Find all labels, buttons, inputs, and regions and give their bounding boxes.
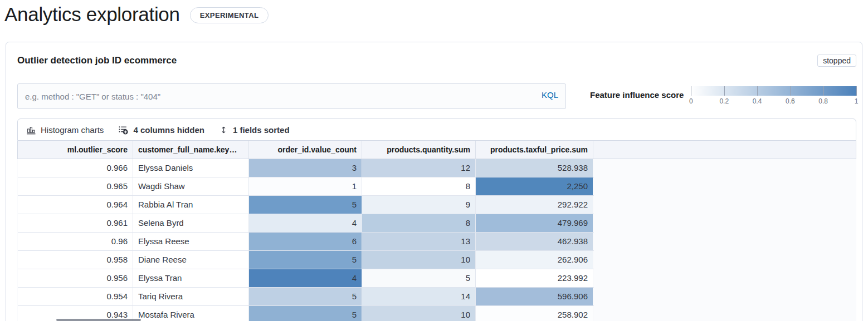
histogram-charts-label: Histogram charts <box>41 125 104 135</box>
grid-cell[interactable]: 2,250 <box>476 177 593 195</box>
grid-cell[interactable]: Mostafa Rivera <box>133 306 249 321</box>
legend-gradient-bar <box>691 86 856 96</box>
legend-tick-label: 0.8 <box>818 97 828 105</box>
grid-cell[interactable]: 462.938 <box>476 233 593 250</box>
columns-hidden-button[interactable]: 4 columns hidden <box>119 125 204 135</box>
grid-cell[interactable]: 5 <box>249 288 362 305</box>
grid-cell[interactable]: 4 <box>249 269 362 287</box>
grid-cell[interactable]: Diane Reese <box>133 251 249 269</box>
grid-cell[interactable]: 292.922 <box>476 196 593 214</box>
table-row: 0.966Elyssa Daniels312528.938 <box>18 159 594 177</box>
search-box: KQL <box>17 83 566 109</box>
grid-cell[interactable]: 223.992 <box>476 269 593 287</box>
grid-cell[interactable]: 0.964 <box>18 196 133 214</box>
column-header[interactable]: customer_full_name.key… <box>133 141 249 159</box>
grid-cell[interactable]: 5 <box>249 196 362 214</box>
legend-tick-label: 0.4 <box>753 97 762 105</box>
kql-language-button[interactable]: KQL <box>542 90 558 100</box>
legend-scale: 00.20.40.60.81 <box>691 86 856 106</box>
grid-cell[interactable]: 528.938 <box>476 159 593 177</box>
fields-sorted-label: 1 fields sorted <box>233 125 290 135</box>
grid-cell[interactable]: Elyssa Reese <box>133 233 249 250</box>
grid-body: 0.966Elyssa Daniels312528.9380.965Wagdi … <box>17 159 856 321</box>
table-row: 0.96Elyssa Reese613462.938 <box>18 233 594 251</box>
feature-influence-legend: Feature influence score 00.20.40.60.81 <box>590 83 856 106</box>
table-row: 0.954Tariq Rivera514596.906 <box>18 288 594 306</box>
grid-cell[interactable]: 0.966 <box>18 159 133 177</box>
table-row: 0.965Wagdi Shaw182,250 <box>18 177 594 196</box>
histogram-icon <box>26 125 36 135</box>
outlier-exploration-panel: Outlier detection job ID ecommerce stopp… <box>6 42 862 321</box>
histogram-charts-button[interactable]: Histogram charts <box>26 125 104 135</box>
grid-cell[interactable]: Tariq Rivera <box>133 288 249 305</box>
grid-cell[interactable]: 10 <box>362 306 476 321</box>
grid-cell[interactable]: 596.906 <box>476 288 593 305</box>
horizontal-scrollbar-thumb[interactable] <box>56 319 141 321</box>
panel-header: Outlier detection job ID ecommerce stopp… <box>17 53 856 68</box>
table-row: 0.961Selena Byrd48479.969 <box>18 214 594 233</box>
grid-cell[interactable]: Elyssa Tran <box>133 269 249 287</box>
column-header[interactable]: order_id.value_count <box>249 141 362 159</box>
grid-header-row: ml.outlier_scorecustomer_full_name.key…o… <box>17 141 856 159</box>
grid-cell[interactable]: 0.965 <box>18 177 133 195</box>
legend-tick-line <box>724 86 725 96</box>
legend-tick-line <box>790 86 791 96</box>
legend-tick-line <box>757 86 758 96</box>
grid-cell[interactable]: 262.906 <box>476 251 593 269</box>
legend-tick-label: 1 <box>855 97 859 105</box>
grid-cell[interactable]: Wagdi Shaw <box>133 177 249 195</box>
grid-cell[interactable]: 0.96 <box>18 233 133 250</box>
legend-tick-label: 0 <box>689 97 693 105</box>
legend-tick-line <box>691 86 691 96</box>
legend-tick-line <box>823 86 824 96</box>
grid-cell[interactable]: Elyssa Daniels <box>133 159 249 177</box>
experimental-badge: EXPERIMENTAL <box>190 7 269 23</box>
table-row: 0.958Diane Reese510262.906 <box>18 251 594 269</box>
grid-toolbar: Histogram charts 4 columns hidden <box>17 118 856 141</box>
grid-cell[interactable]: 8 <box>362 177 476 195</box>
table-row: 0.956Elyssa Tran45223.992 <box>18 269 594 288</box>
grid-cell[interactable]: Selena Byrd <box>133 214 249 232</box>
kql-search-input[interactable] <box>17 83 566 109</box>
job-status-badge: stopped <box>817 55 856 67</box>
legend-tick-label: 0.2 <box>719 97 729 105</box>
legend-tick-label: 0.6 <box>786 97 795 105</box>
query-row: KQL Feature influence score 00.20.40.60.… <box>17 83 856 109</box>
table-row: 0.964Rabbia Al Tran59292.922 <box>18 196 594 214</box>
column-header[interactable]: products.quantity.sum <box>362 141 476 159</box>
columns-hidden-label: 4 columns hidden <box>133 125 204 135</box>
column-list-add-icon <box>119 125 128 135</box>
grid-cell[interactable]: 0.956 <box>18 269 133 287</box>
page-title: Analytics exploration <box>4 3 180 26</box>
page-header: Analytics exploration EXPERIMENTAL <box>0 0 868 26</box>
legend-ticks: 00.20.40.60.81 <box>691 97 856 106</box>
grid-cell[interactable]: 5 <box>362 269 476 287</box>
grid-cell[interactable]: 5 <box>249 306 362 321</box>
grid-cell[interactable]: 0.954 <box>18 288 133 305</box>
grid-cell[interactable]: 10 <box>362 251 476 269</box>
grid-cell[interactable]: 479.969 <box>476 214 593 232</box>
grid-cell[interactable]: 5 <box>249 251 362 269</box>
grid-cell[interactable]: 3 <box>249 159 362 177</box>
grid-cell[interactable]: 0.958 <box>18 251 133 269</box>
grid-cell[interactable]: 12 <box>362 159 476 177</box>
column-header[interactable]: products.taxful_price.sum <box>476 141 593 159</box>
grid-cell[interactable]: 1 <box>249 177 362 195</box>
grid-cell[interactable]: 8 <box>362 214 476 232</box>
legend-label: Feature influence score <box>590 86 684 100</box>
column-header[interactable]: ml.outlier_score <box>18 141 133 159</box>
job-title: Outlier detection job ID ecommerce <box>17 55 177 66</box>
grid-cell[interactable]: Rabbia Al Tran <box>133 196 249 214</box>
sort-icon <box>220 125 228 135</box>
grid-cell[interactable]: 13 <box>362 233 476 250</box>
grid-cell[interactable]: 258.902 <box>476 306 593 321</box>
grid-cell[interactable]: 9 <box>362 196 476 214</box>
grid-cell[interactable]: 6 <box>249 233 362 250</box>
grid-cell[interactable]: 4 <box>249 214 362 232</box>
grid-cell[interactable]: 0.961 <box>18 214 133 232</box>
fields-sorted-button[interactable]: 1 fields sorted <box>220 125 290 135</box>
grid-cell[interactable]: 14 <box>362 288 476 305</box>
legend-tick-line <box>856 86 857 96</box>
